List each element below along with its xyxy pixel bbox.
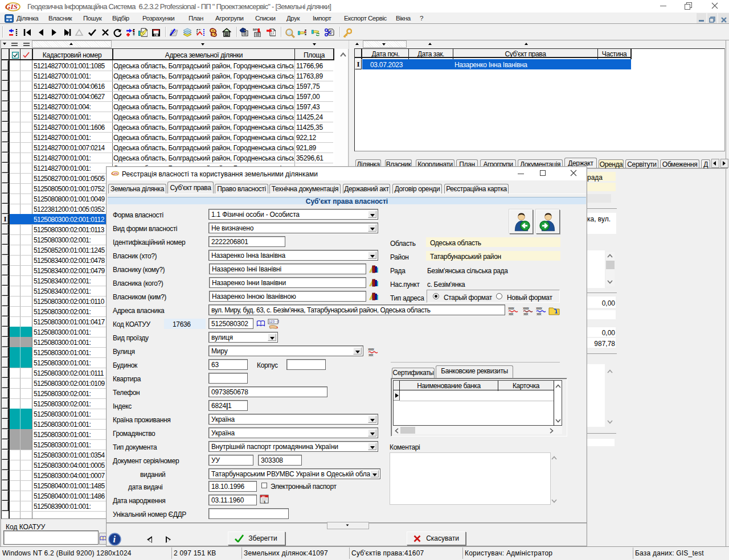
svg-text:xxxx: xxxx [536, 306, 543, 310]
svg-text:i: i [113, 534, 116, 544]
svg-text:xxxx: xxxx [368, 347, 375, 351]
svg-text:GIS: GIS [112, 171, 118, 176]
svg-text:GIS: GIS [5, 2, 18, 11]
svg-text:123→5: 123→5 [269, 320, 279, 323]
svg-text:xxx: xxx [523, 312, 529, 315]
svg-text:xxxx: xxxx [523, 306, 530, 310]
svg-text:xxx: xxx [536, 312, 542, 315]
svg-text:ІНЧ: ІНЧ [253, 28, 259, 31]
svg-text:xxx: xxx [509, 312, 514, 315]
svg-text:JAN: JAN [261, 496, 265, 498]
svg-text:xxxx: xxxx [508, 306, 515, 310]
svg-text:xxx: xxx [368, 353, 374, 356]
